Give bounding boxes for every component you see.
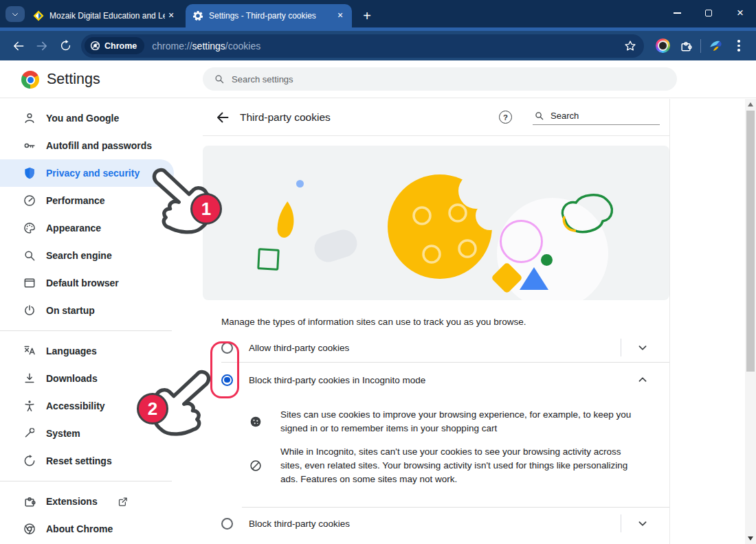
minimize-button[interactable] [661, 0, 693, 26]
scrollbar-thumb[interactable] [746, 111, 755, 372]
content-panel: Third-party cookies ? Search [203, 99, 670, 544]
new-tab-button[interactable]: + [358, 7, 376, 25]
detail-text: Sites can use cookies to improve your br… [280, 408, 638, 435]
sidebar-item-label: Downloads [46, 373, 98, 384]
refresh-button[interactable] [54, 34, 77, 58]
scrollbar[interactable] [745, 99, 756, 544]
sidebar-item-appearance[interactable]: Appearance [0, 214, 174, 242]
chevron-down-icon[interactable] [635, 516, 650, 531]
forward-button[interactable] [30, 34, 54, 58]
chevron-down-icon [11, 10, 19, 19]
sidebar-item-label: Languages [46, 345, 97, 356]
tab-search-button[interactable] [5, 6, 25, 22]
tab-settings[interactable]: Settings - Third-party cookies × [186, 4, 352, 27]
scrollbar-up-button[interactable] [745, 99, 756, 110]
option-block-incognito[interactable]: Block third-party cookies in Incognito m… [203, 363, 669, 397]
cookie-icon [249, 415, 263, 429]
three-dot-menu-icon [737, 40, 740, 52]
gear-icon [192, 10, 203, 21]
illustration-pink-circle [500, 220, 543, 263]
cookies-illustration [203, 146, 669, 300]
settings-search-placeholder: Search settings [232, 74, 293, 84]
sidebar-item-privacy-and-security[interactable]: Privacy and security [0, 159, 174, 187]
sidebar-item-label: System [46, 428, 80, 439]
tab-close-icon[interactable]: × [334, 10, 346, 22]
external-link-icon [117, 496, 129, 508]
sidebar-item-default-browser[interactable]: Default browser [0, 269, 174, 297]
close-button[interactable]: × [724, 0, 756, 26]
tab-title: Mozaik Digital Education and Le [49, 11, 165, 21]
sidebar-item-you-and-google[interactable]: You and Google [0, 104, 174, 132]
help-button[interactable]: ? [499, 111, 512, 124]
speedometer-icon [23, 194, 36, 207]
sidebar-item-label: Performance [46, 195, 105, 206]
sidebar-item-performance[interactable]: Performance [0, 187, 174, 214]
maximize-button[interactable] [693, 0, 724, 26]
settings-title: Settings [47, 60, 100, 98]
chrome-badge-label: Chrome [104, 41, 137, 51]
bookmark-star-icon[interactable] [623, 39, 637, 53]
sidebar-item-label: Reset settings [46, 455, 112, 466]
sidebar-item-label: Appearance [46, 223, 101, 234]
back-arrow-icon[interactable] [214, 109, 231, 126]
hummingbird-icon [708, 38, 723, 54]
detail-item: While in Incognito, sites can't use your… [249, 445, 638, 486]
settings-search-input[interactable]: Search settings [203, 67, 677, 91]
option-allow-third-party-cookies[interactable]: Allow third-party cookies [203, 332, 669, 363]
titlebar: Mozaik Digital Education and Le × Settin… [0, 0, 756, 27]
tab-mozaik[interactable]: Mozaik Digital Education and Le × [26, 4, 183, 27]
camera-extension-button[interactable] [651, 34, 674, 58]
sidebar-item-label: You and Google [46, 113, 119, 124]
maximize-icon [705, 10, 712, 16]
sidebar-item-label: On startup [46, 305, 95, 316]
tab-title: Settings - Third-party cookies [209, 11, 334, 21]
triangle-up-icon [748, 102, 753, 106]
step-badge-2: 2 [137, 393, 168, 424]
chrome-logo-icon [21, 71, 39, 89]
content-gutter [670, 99, 745, 544]
extensions-button[interactable] [674, 34, 698, 58]
reset-icon [23, 454, 36, 468]
puzzle-icon [23, 495, 36, 508]
detail-item: Sites can use cookies to improve your br… [249, 408, 638, 435]
illustration-gray-pill [311, 226, 360, 266]
tab-close-icon[interactable]: × [165, 10, 177, 22]
scrollbar-down-button[interactable] [745, 533, 756, 544]
chrome-badge[interactable]: Chrome [85, 37, 144, 54]
refresh-icon [59, 39, 72, 52]
settings-header: Settings Search settings [0, 60, 756, 98]
row-divider [621, 514, 621, 532]
detail-text: While in Incognito, sites can't use your… [280, 445, 638, 486]
address-bar[interactable]: Chrome chrome://settings/cookies [81, 34, 644, 58]
sidebar-item-about-chrome[interactable]: About Chrome [0, 515, 174, 543]
search-icon [534, 111, 544, 121]
back-button[interactable] [7, 34, 30, 58]
chrome-icon [23, 522, 36, 536]
sidebar-item-autofill[interactable]: Autofill and passwords [0, 132, 174, 159]
browser-window: Mozaik Digital Education and Le × Settin… [0, 0, 756, 544]
browser-toolbar: Chrome chrome://settings/cookies [0, 31, 756, 60]
sidebar-item-label: Search engine [46, 250, 112, 261]
bird-extension-button[interactable] [704, 34, 727, 58]
option-label: Block third-party cookies [249, 519, 621, 529]
option-block-third-party-cookies[interactable]: Block third-party cookies [203, 507, 669, 540]
sidebar-item-on-startup[interactable]: On startup [0, 297, 174, 324]
sidebar-item-extensions[interactable]: Extensions [0, 488, 174, 515]
option-details: Sites can use cookies to improve your br… [203, 397, 669, 507]
sidebar-item-label: Privacy and security [46, 168, 140, 179]
url-text[interactable]: chrome://settings/cookies [152, 41, 260, 52]
option-label: Allow third-party cookies [249, 343, 621, 353]
radio-button-unselected[interactable] [221, 518, 233, 530]
sidebar-item-reset-settings[interactable]: Reset settings [0, 447, 174, 475]
browser-menu-button[interactable] [727, 34, 751, 58]
chevron-down-icon[interactable] [635, 340, 650, 355]
sidebar-item-label: Autofill and passwords [46, 140, 152, 151]
shield-icon [23, 166, 36, 180]
sidebar-item-languages[interactable]: Languages [0, 337, 174, 365]
minimize-icon [674, 12, 681, 13]
chevron-up-icon[interactable] [635, 372, 650, 387]
page-search-input[interactable]: Search [533, 109, 660, 125]
page-search-placeholder: Search [551, 111, 579, 121]
chrome-mono-icon [90, 41, 100, 51]
sidebar-item-search-engine[interactable]: Search engine [0, 242, 174, 269]
